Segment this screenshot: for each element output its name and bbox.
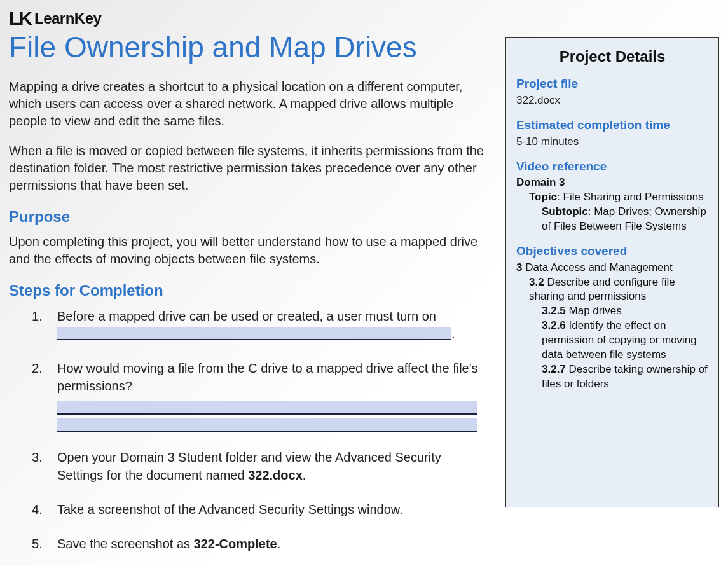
steps-heading: Steps for Completion	[9, 282, 488, 300]
page-title: File Ownership and Map Drives	[9, 31, 488, 64]
objective-3-2-num: 3.2	[529, 276, 544, 288]
purpose-text: Upon completing this project, you will b…	[9, 233, 486, 268]
main-column: LK LearnKey File Ownership and Map Drive…	[9, 9, 488, 566]
video-subtopic: Subtopic: Map Drives; Ownership of Files…	[542, 205, 708, 234]
objective-3-2-7-num: 3.2.7	[542, 363, 566, 375]
time-value: 5-10 minutes	[516, 135, 708, 149]
objective-3-2-text: Describe and configure file sharing and …	[529, 276, 675, 303]
brand-name: LearnKey	[34, 10, 101, 27]
step-2-text: How would moving a file from the C drive…	[57, 361, 478, 393]
panel-title: Project Details	[516, 46, 708, 67]
step-3-suffix: .	[303, 468, 306, 482]
objective-3-2-5-num: 3.2.5	[542, 305, 566, 317]
objective-root: 3 Data Access and Management	[516, 261, 708, 275]
step-1-suffix: .	[451, 327, 455, 341]
video-reference-block: Domain 3 Topic: File Sharing and Permiss…	[516, 176, 708, 234]
project-file-value: 322.docx	[516, 93, 708, 108]
step-1-text: Before a mapped drive can be used or cre…	[57, 309, 436, 323]
step-4: Take a screenshot of the Advanced Securi…	[9, 500, 487, 518]
objectives-label: Objectives covered	[516, 243, 708, 259]
step-5: Save the screenshot as 322-Complete.	[9, 535, 487, 553]
video-topic-label: Topic	[529, 191, 557, 203]
video-topic: Topic: File Sharing and Permissions	[529, 190, 708, 205]
step-3-filename: 322.docx	[248, 468, 303, 482]
objective-3-2-5: 3.2.5 Map drives	[542, 304, 708, 319]
objective-3-2-7: 3.2.7 Describe taking ownership of files…	[542, 362, 708, 392]
step-4-text: Take a screenshot of the Advanced Securi…	[57, 502, 403, 516]
intro-paragraph-2: When a file is moved or copied between f…	[9, 142, 486, 194]
fill-blank-2b[interactable]	[57, 418, 477, 432]
objectives-block: 3 Data Access and Management 3.2 Describ…	[516, 261, 708, 392]
project-details-panel: Project Details Project file 322.docx Es…	[505, 37, 719, 507]
objective-3-2-6: 3.2.6 Identify the effect on permission …	[542, 319, 708, 362]
step-3: Open your Domain 3 Student folder and vi…	[9, 448, 487, 484]
objective-3-2: 3.2 Describe and configure file sharing …	[529, 275, 708, 305]
objective-root-text: Data Access and Management	[525, 261, 673, 273]
step-1: Before a mapped drive can be used or cre…	[9, 307, 487, 343]
fill-blank-2a[interactable]	[57, 401, 477, 415]
purpose-heading: Purpose	[9, 208, 488, 226]
fill-blank-1[interactable]	[57, 327, 451, 340]
step-5-prefix: Save the screenshot as	[57, 537, 194, 551]
objective-3-2-6-num: 3.2.6	[542, 319, 566, 331]
objective-root-num: 3	[516, 261, 522, 273]
objective-3-2-5-text: Map drives	[569, 305, 622, 317]
step-5-filename: 322-Complete	[194, 537, 277, 551]
steps-list: Before a mapped drive can be used or cre…	[9, 307, 487, 553]
video-subtopic-label: Subtopic	[542, 205, 588, 217]
project-file-label: Project file	[516, 76, 708, 92]
objective-3-2-7-text: Describe taking ownership of files or fo…	[542, 363, 708, 390]
video-reference-label: Video reference	[516, 158, 708, 175]
intro-paragraph-1: Mapping a drive creates a shortcut to a …	[9, 78, 486, 130]
video-domain: Domain 3	[516, 176, 708, 190]
video-topic-value: File Sharing and Permissions	[563, 191, 704, 203]
time-label: Estimated completion time	[516, 117, 708, 134]
brand: LK LearnKey	[9, 9, 488, 28]
step-2: How would moving a file from the C drive…	[9, 359, 487, 432]
brand-mark-icon: LK	[9, 9, 31, 28]
step-5-suffix: .	[277, 537, 281, 551]
